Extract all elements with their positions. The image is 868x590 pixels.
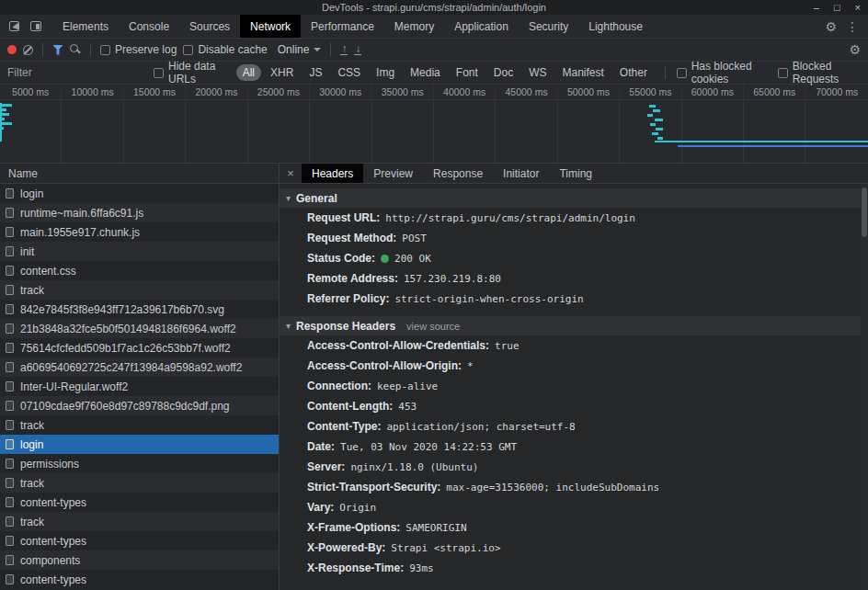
filter-pill-all[interactable]: All	[236, 64, 261, 81]
request-row[interactable]: a6069540692725c247f13984a9598a92.woff2	[0, 357, 279, 377]
filter-pill-media[interactable]: Media	[404, 64, 447, 81]
time-label: 45000 ms	[496, 85, 557, 99]
filter-pill-js[interactable]: JS	[303, 64, 328, 81]
hide-data-urls-checkbox[interactable]: Hide data URLs	[154, 60, 228, 85]
record-button[interactable]	[7, 45, 17, 54]
tab-application[interactable]: Application	[444, 15, 519, 38]
import-har-icon[interactable]: ↑	[340, 44, 348, 55]
checkbox-icon[interactable]	[154, 68, 164, 78]
tab-security[interactable]: Security	[519, 15, 578, 38]
filter-pill-doc[interactable]: Doc	[487, 64, 520, 81]
request-row[interactable]: components	[0, 550, 279, 570]
request-row[interactable]: main.1955e917.chunk.js	[0, 222, 279, 242]
header-value: Tue, 03 Nov 2020 14:22:53 GMT	[340, 441, 517, 453]
disable-cache-checkbox[interactable]: Disable cache	[183, 43, 267, 56]
preserve-log-checkbox[interactable]: Preserve log	[100, 43, 177, 56]
tab-console[interactable]: Console	[119, 15, 179, 38]
filter-pill-ws[interactable]: WS	[522, 64, 553, 81]
settings-gear-icon[interactable]: ⚙	[825, 20, 837, 33]
request-row[interactable]: track	[0, 280, 279, 300]
header-name: Access-Control-Allow-Credentials:	[307, 339, 489, 352]
network-settings-gear-icon[interactable]: ⚙	[849, 43, 861, 56]
header-name: Request URL:	[307, 211, 380, 224]
section-title: General	[296, 192, 337, 205]
filter-input[interactable]	[7, 66, 145, 79]
request-row[interactable]: content-types	[0, 531, 279, 550]
request-row[interactable]: track	[0, 415, 279, 435]
details-scrollbar[interactable]	[861, 184, 868, 590]
checkbox-icon[interactable]	[677, 68, 687, 78]
tab-headers[interactable]: Headers	[302, 164, 363, 183]
request-row[interactable]: content-types	[0, 570, 279, 589]
request-row[interactable]: Inter-UI-Regular.woff2	[0, 377, 279, 396]
request-row[interactable]: permissions	[0, 454, 279, 473]
tab-label: Memory	[394, 20, 434, 33]
filter-toggle-icon[interactable]	[52, 45, 63, 55]
tabbar-right-controls: ⚙ ⋮	[816, 15, 868, 38]
request-row-selected[interactable]: login	[0, 435, 279, 454]
close-icon[interactable]: ×	[855, 0, 861, 15]
more-options-icon[interactable]: ⋮	[846, 20, 859, 33]
view-source-link[interactable]: view source	[406, 321, 460, 332]
minimize-icon[interactable]: –	[814, 0, 819, 15]
request-row[interactable]: 842e7845f3f8e943ff712a39617b6b70.svg	[0, 300, 279, 319]
clear-button[interactable]	[23, 45, 33, 55]
device-toolbar-icon[interactable]	[30, 21, 41, 31]
request-row[interactable]: 07109cdae9f760e8d97c89788c9dc9df.png	[0, 396, 279, 415]
blocked-requests-checkbox[interactable]: Blocked Requests	[778, 60, 861, 85]
has-blocked-cookies-checkbox[interactable]: Has blocked cookies	[677, 60, 770, 85]
status-ok-icon	[381, 255, 389, 263]
request-row[interactable]: runtime~main.6ffa6c91.js	[0, 203, 279, 222]
tab-network[interactable]: Network	[240, 15, 301, 38]
tab-timing[interactable]: Timing	[549, 164, 602, 183]
response-headers-section-header[interactable]: ▾ Response Headers view source	[280, 316, 868, 335]
request-name: login	[20, 187, 43, 200]
tab-memory[interactable]: Memory	[384, 15, 444, 38]
tab-lighthouse[interactable]: Lighthouse	[578, 15, 653, 38]
export-har-icon[interactable]: ↓	[354, 44, 361, 55]
time-label: 30000 ms	[310, 85, 371, 99]
request-row[interactable]: login	[0, 184, 279, 203]
waterfall-grid	[0, 100, 868, 163]
search-icon[interactable]	[70, 44, 81, 55]
request-row[interactable]: content-types	[0, 493, 279, 512]
tab-response[interactable]: Response	[423, 164, 493, 183]
filter-pill-font[interactable]: Font	[450, 64, 485, 81]
request-row[interactable]: 21b3848a32fce5b0f5014948186f6964.woff2	[0, 319, 279, 338]
header-row: Access-Control-Allow-Credentials: true	[307, 335, 868, 356]
network-overview-waterfall[interactable]	[0, 100, 868, 164]
tab-elements[interactable]: Elements	[52, 15, 119, 38]
request-row[interactable]: track	[0, 512, 279, 531]
checkbox-icon[interactable]	[778, 68, 788, 78]
header-name: Status Code:	[307, 252, 375, 265]
filter-pill-xhr[interactable]: XHR	[264, 64, 300, 81]
header-value: Origin	[339, 502, 376, 514]
filter-pill-img[interactable]: Img	[370, 64, 401, 81]
checkbox-icon[interactable]	[100, 45, 110, 55]
general-section-header[interactable]: ▾ General	[280, 188, 868, 208]
header-value: 93ms	[409, 562, 434, 574]
filter-pill-other[interactable]: Other	[613, 64, 654, 81]
request-row[interactable]: track	[0, 473, 279, 493]
throttling-select[interactable]: Online	[278, 43, 322, 56]
time-label: 15000 ms	[124, 85, 186, 99]
scrollbar-thumb[interactable]	[862, 187, 867, 237]
has-blocked-cookies-label: Has blocked cookies	[691, 60, 770, 85]
request-row[interactable]: content.css	[0, 261, 279, 280]
close-details-icon[interactable]: ×	[280, 164, 302, 183]
maximize-icon[interactable]: □	[834, 0, 840, 15]
tab-sources[interactable]: Sources	[179, 15, 240, 38]
request-row[interactable]: init	[0, 242, 279, 261]
checkbox-icon[interactable]	[183, 45, 193, 55]
tab-performance[interactable]: Performance	[301, 15, 384, 38]
filter-pill-css[interactable]: CSS	[331, 64, 367, 81]
filter-pill-manifest[interactable]: Manifest	[556, 64, 611, 81]
time-label: 10000 ms	[62, 85, 123, 99]
tab-initiator[interactable]: Initiator	[493, 164, 549, 183]
request-name: track	[20, 477, 44, 490]
name-column-header[interactable]: Name	[0, 164, 279, 184]
tab-preview[interactable]: Preview	[363, 164, 423, 183]
file-icon	[6, 362, 14, 372]
request-row[interactable]: 75614cfcfedd509b1f7ac1c26c53bb7f.woff2	[0, 338, 279, 357]
inspect-element-icon[interactable]	[9, 21, 19, 31]
